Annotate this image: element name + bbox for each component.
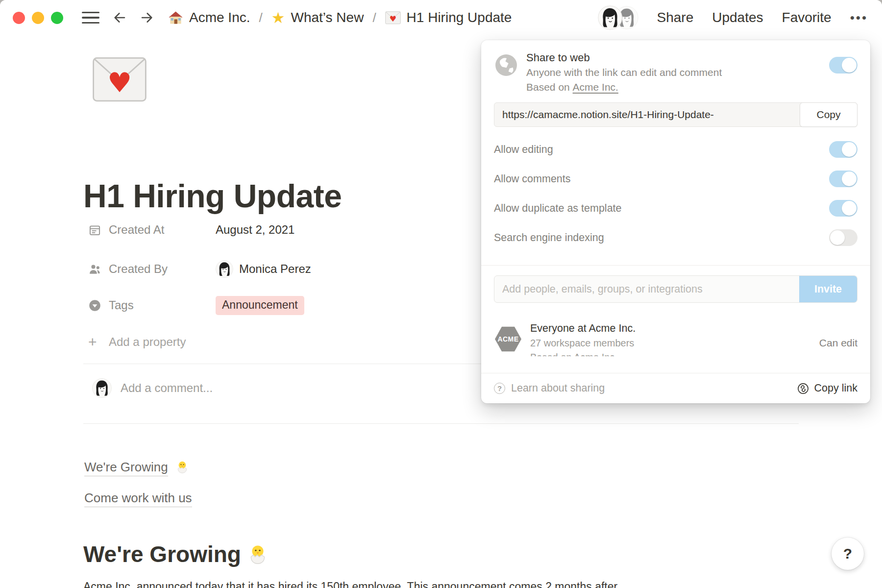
breadcrumb: Acme Inc. / ★ What’s New / H1 Hiring Upd… [168,10,512,25]
notion-window: Acme Inc. / ★ What’s New / H1 Hiring Upd… [0,0,882,588]
globe-icon [495,54,517,76]
page-title[interactable]: H1 Hiring Update [83,177,342,215]
copy-link-button[interactable]: Copy link [797,382,858,395]
comment-placeholder[interactable]: Add a comment... [121,381,213,395]
close-button[interactable] [13,12,25,24]
person-name: Monica Perez [239,262,311,276]
share-button[interactable]: Share [657,10,694,25]
workspace-members-row: ACME Everyone at Acme Inc. 27 workspace … [494,322,858,356]
body-paragraph[interactable]: Acme Inc. announced today that it has hi… [83,580,848,588]
share-to-web-title: Share to web [526,50,829,65]
share-url-row: Copy [494,102,858,127]
property-label: Created By [109,262,168,276]
property-label: Tags [109,298,134,312]
share-settings: Allow editing Allow comments Allow dupli… [494,135,858,252]
star-icon: ★ [271,10,285,25]
breadcrumb-label: What’s New [291,10,364,25]
calendar-icon [88,223,101,237]
setting-row-allow-comments: Allow comments [494,164,858,194]
presence-avatars [598,5,638,30]
members-group-name: Everyone at Acme Inc. [530,322,636,335]
share-to-web-section: Share to web Anyone with the link can ed… [481,40,870,95]
zoom-button[interactable] [51,12,63,24]
hatching-chick-icon [175,460,189,474]
commenter-avatar [92,378,112,398]
top-bar: Acme Inc. / ★ What’s New / H1 Hiring Upd… [0,0,882,35]
setting-row-allow-editing: Allow editing [494,135,858,164]
property-row-created-by[interactable]: Created By Monica Perez [88,258,480,280]
invite-input[interactable] [494,276,799,302]
allow-duplicate-toggle[interactable] [829,200,858,217]
add-property-label: Add a property [109,335,186,349]
setting-label: Allow duplicate as template [494,202,622,215]
love-letter-icon [385,11,401,24]
toc-link-were-growing[interactable]: We're Growing [84,460,189,475]
based-on-line: Based on Acme Inc. [526,80,829,95]
help-circle-icon: ? [494,383,505,394]
based-on-link[interactable]: Acme Inc. [573,81,618,93]
search-indexing-toggle[interactable] [829,229,858,246]
access-level-dropdown[interactable]: Can edit [819,337,858,349]
arrow-left-icon [112,10,127,25]
breadcrumb-separator: / [259,10,262,25]
share-to-web-subtitle: Anyone with the link can edit and commen… [526,65,829,80]
property-row-tags[interactable]: Tags Announcement [88,294,480,317]
popup-footer: ? Learn about sharing Copy link [481,373,870,403]
house-icon [168,10,183,25]
learn-about-sharing-link[interactable]: ? Learn about sharing [494,382,605,394]
arrow-right-icon [140,10,154,25]
traffic-lights [13,12,63,24]
allow-comments-toggle[interactable] [829,171,858,187]
divider [83,423,799,424]
tag-announcement[interactable]: Announcement [216,296,304,315]
dropdown-circle-icon [88,299,101,312]
allow-editing-toggle[interactable] [829,141,858,158]
monica-avatar [216,260,233,278]
section-heading[interactable]: We're Growing [83,541,269,567]
copy-url-button[interactable]: Copy [800,102,858,127]
property-row-created-at[interactable]: Created At August 2, 2021 [88,219,480,241]
add-property-button[interactable]: + Add a property [88,331,480,353]
property-value-person[interactable]: Monica Perez [216,260,311,278]
breadcrumb-whats-new[interactable]: ★ What’s New [271,10,364,25]
setting-label: Allow comments [494,173,571,185]
updates-button[interactable]: Updates [712,10,763,25]
back-button[interactable] [112,10,127,25]
link-icon [797,382,809,395]
invite-row: Invite [494,275,858,303]
add-comment-area[interactable]: Add a comment... [92,378,213,398]
more-options-icon[interactable]: ••• [850,10,868,25]
topbar-actions: Share Updates Favorite ••• [598,5,868,30]
forward-button[interactable] [140,10,154,25]
breadcrumb-separator: / [372,10,376,25]
breadcrumb-workspace[interactable]: Acme Inc. [168,10,250,25]
setting-row-allow-duplicate: Allow duplicate as template [494,194,858,223]
property-value-date[interactable]: August 2, 2021 [216,223,294,237]
acme-logo: ACME [495,325,521,353]
setting-row-search-indexing: Search engine indexing [494,223,858,252]
property-value-tags[interactable]: Announcement [216,296,304,315]
help-button[interactable]: ? [832,538,864,570]
hatching-chick-icon [247,543,269,565]
property-label: Created At [109,223,164,237]
person-icon [88,263,101,276]
invite-button[interactable]: Invite [799,276,857,302]
breadcrumb-label: H1 Hiring Update [407,10,512,25]
plus-icon: + [88,336,101,349]
share-popup: Share to web Anyone with the link can ed… [481,40,870,403]
favorite-button[interactable]: Favorite [782,10,832,25]
share-to-web-toggle[interactable] [829,57,858,74]
user-avatar[interactable] [598,5,622,30]
minimize-button[interactable] [32,12,44,24]
breadcrumb-label: Acme Inc. [189,10,250,25]
popup-divider [481,265,870,266]
page-icon-love-letter[interactable] [92,56,147,103]
sidebar-menu-icon[interactable] [82,12,99,24]
setting-label: Allow editing [494,144,553,156]
breadcrumb-current-page[interactable]: H1 Hiring Update [385,10,512,25]
setting-label: Search engine indexing [494,232,604,244]
members-count: 27 workspace members [530,338,636,349]
toc-link-come-work-with-us[interactable]: Come work with us [84,490,192,506]
clipped-row: Based on Acme Inc. [530,352,636,356]
